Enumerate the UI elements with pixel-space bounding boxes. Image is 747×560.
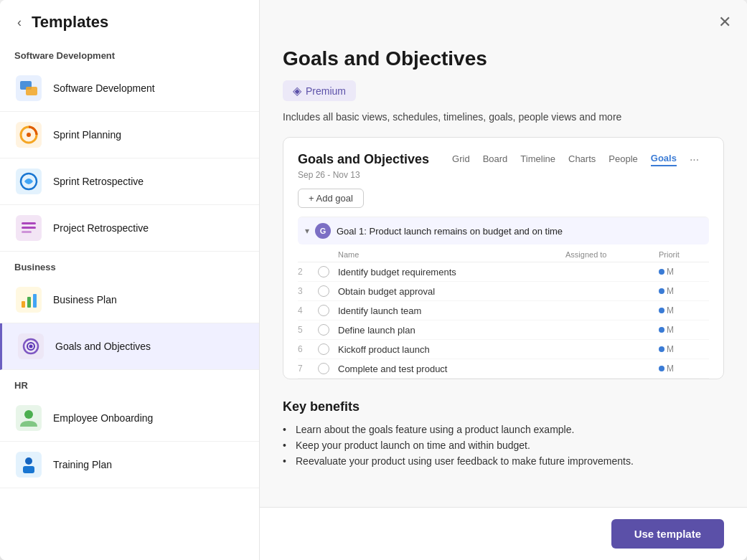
- preview-tabs: Grid Board Timeline Charts People Goals …: [452, 153, 699, 166]
- row-name-5: Kickoff product launch: [338, 344, 565, 355]
- table-row: 4 Identify launch team M: [298, 301, 709, 321]
- back-button[interactable]: ‹: [14, 14, 24, 32]
- svg-point-21: [24, 410, 33, 419]
- row-priority-4: M: [659, 325, 709, 335]
- col-name: Name: [338, 250, 565, 259]
- goal-header-text: Goal 1: Product launch remains on budget…: [337, 226, 563, 237]
- template-item-sprint-retrospective[interactable]: Sprint Retrospective: [0, 158, 259, 205]
- table-row: 7 Complete and test product M: [298, 359, 709, 379]
- template-name-goals-and-objectives: Goals and Objectives: [55, 341, 151, 352]
- svg-rect-10: [22, 227, 36, 229]
- template-name-project-retrospective: Project Retrospective: [53, 222, 149, 234]
- preview-more-icon[interactable]: ···: [690, 153, 699, 166]
- preview-tab-grid[interactable]: Grid: [452, 153, 470, 166]
- col-num: [298, 250, 318, 259]
- row-num-3: 4: [298, 305, 318, 315]
- template-item-software-development[interactable]: Software Development: [0, 65, 259, 112]
- section-label-business: Business: [0, 252, 259, 277]
- table-row: 3 Obtain budget approval M: [298, 282, 709, 301]
- table-row: 5 Define launch plan M: [298, 321, 709, 340]
- template-item-goals-and-objectives[interactable]: Goals and Objectives: [0, 323, 259, 370]
- template-name-software-development: Software Development: [53, 82, 155, 94]
- table-row: 6 Kickoff product launch M: [298, 340, 709, 359]
- row-name-1: Identify budget requirements: [338, 267, 565, 277]
- sidebar-header: ‹ Templates: [0, 0, 259, 40]
- col-assigned: Assigned to: [565, 250, 659, 259]
- svg-point-23: [25, 457, 32, 465]
- sidebar-scroll: Software Development Software Developmen…: [0, 40, 259, 560]
- row-num-1: 2: [298, 267, 318, 277]
- template-name-sprint-retrospective: Sprint Retrospective: [53, 176, 144, 187]
- use-template-button[interactable]: Use template: [611, 519, 724, 549]
- sidebar: ‹ Templates Software Development Softwar…: [0, 0, 260, 560]
- row-priority-3: M: [659, 305, 709, 315]
- preview-tab-timeline[interactable]: Timeline: [520, 153, 555, 166]
- row-num-4: 5: [298, 325, 318, 335]
- preview-tab-charts[interactable]: Charts: [568, 153, 596, 166]
- sidebar-title: Templates: [32, 13, 108, 32]
- main-content: Goals and Objectives ◈ Premium Includes …: [260, 34, 747, 560]
- row-priority-5: M: [659, 344, 709, 354]
- goal-table-header: Name Assigned to Priorit: [298, 247, 709, 262]
- svg-rect-9: [22, 222, 36, 224]
- row-circle-4[interactable]: [318, 324, 329, 336]
- row-circle-3[interactable]: [318, 305, 329, 316]
- section-label-hr: HR: [0, 370, 259, 395]
- row-name-6: Complete and test product: [338, 364, 565, 374]
- row-circle-1[interactable]: [318, 266, 329, 277]
- section-label-software: Software Development: [0, 40, 259, 65]
- template-name-business-plan: Business Plan: [53, 294, 117, 305]
- template-main-title: Goals and Objectives: [283, 47, 724, 70]
- row-priority-2: M: [659, 286, 709, 296]
- row-circle-5[interactable]: [318, 343, 329, 355]
- row-num-2: 3: [298, 286, 318, 296]
- benefit-item-2: Keep your product launch on time and wit…: [283, 437, 724, 453]
- goal-section-header: ▾ G Goal 1: Product launch remains on bu…: [298, 217, 709, 245]
- template-name-employee-onboarding: Employee Onboarding: [53, 412, 153, 424]
- goal-avatar: G: [315, 223, 331, 239]
- add-goal-button[interactable]: + Add goal: [298, 189, 364, 208]
- premium-badge-label: Premium: [306, 85, 346, 97]
- svg-rect-15: [33, 294, 37, 308]
- table-row: 2 Identify budget requirements M: [298, 262, 709, 282]
- svg-rect-14: [27, 297, 31, 308]
- template-item-business-plan[interactable]: Business Plan: [0, 277, 259, 323]
- template-icon-employee-onboarding: [14, 404, 43, 432]
- preview-date-range: Sep 26 - Nov 13: [298, 170, 709, 180]
- row-priority-1: M: [659, 267, 709, 277]
- template-name-sprint-planning: Sprint Planning: [53, 129, 121, 141]
- row-priority-6: M: [659, 364, 709, 374]
- row-circle-2[interactable]: [318, 285, 329, 297]
- template-item-employee-onboarding[interactable]: Employee Onboarding: [0, 395, 259, 442]
- benefit-item-3: Reevaluate your product using user feedb…: [283, 453, 724, 469]
- row-name-2: Obtain budget approval: [338, 286, 565, 297]
- svg-rect-13: [22, 301, 25, 308]
- row-circle-6[interactable]: [318, 363, 329, 374]
- template-item-sprint-planning[interactable]: Sprint Planning: [0, 112, 259, 158]
- close-button[interactable]: ✕: [715, 10, 734, 34]
- template-icon-sprint-retrospective: [14, 167, 43, 196]
- template-item-project-retrospective[interactable]: Project Retrospective: [0, 205, 259, 252]
- svg-rect-24: [23, 466, 34, 473]
- preview-tab-board[interactable]: Board: [483, 153, 508, 166]
- template-icon-training-plan: [14, 450, 43, 479]
- row-name-3: Identify launch team: [338, 305, 565, 316]
- main-header: ✕: [260, 0, 747, 34]
- svg-rect-11: [22, 231, 32, 233]
- main-footer: Use template: [260, 507, 747, 560]
- svg-rect-2: [26, 87, 37, 95]
- template-item-training-plan[interactable]: Training Plan: [0, 442, 259, 488]
- preview-tab-goals[interactable]: Goals: [651, 153, 677, 166]
- row-num-5: 6: [298, 344, 318, 354]
- template-name-training-plan: Training Plan: [53, 459, 112, 470]
- preview-tab-people[interactable]: People: [609, 153, 637, 166]
- template-icon-software-development: [14, 74, 43, 103]
- template-icon-sprint-planning: [14, 120, 43, 149]
- svg-point-5: [27, 133, 31, 137]
- preview-card-header: Goals and Objectives Grid Board Timeline…: [298, 152, 709, 167]
- row-name-4: Define launch plan: [338, 325, 565, 336]
- premium-badge: ◈ Premium: [283, 80, 356, 101]
- main-content-area: ✕ Goals and Objectives ◈ Premium Include…: [260, 0, 747, 560]
- key-benefits-title: Key benefits: [283, 399, 724, 414]
- benefits-list: Learn about the goals feature using a pr…: [283, 422, 724, 469]
